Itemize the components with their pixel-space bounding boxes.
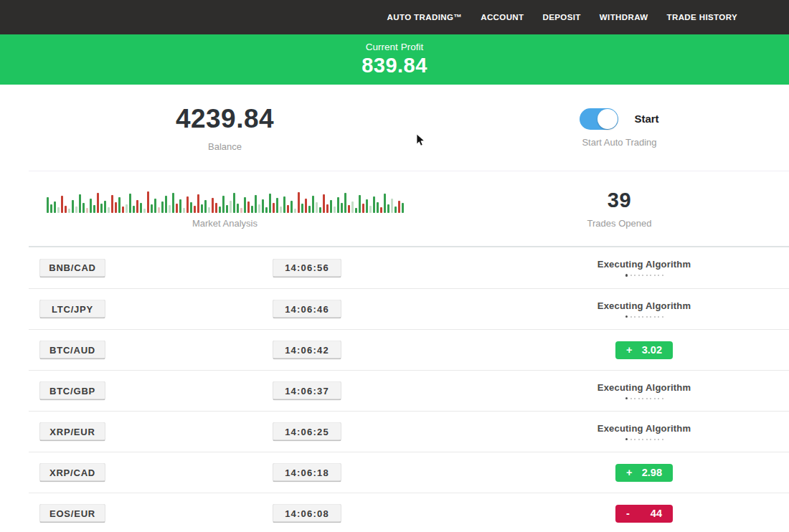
market-bar — [54, 201, 56, 213]
executing-algorithm-label: Executing Algorithm — [597, 382, 691, 393]
market-bar — [262, 199, 264, 213]
pair-badge: XRP/CAD — [39, 463, 105, 483]
toggle-caption: Start Auto Trading — [582, 137, 656, 148]
trade-row: XRP/EUR14:06:25Executing Algorithm — [29, 411, 789, 452]
nav-item-deposit[interactable]: DEPOSIT — [543, 13, 581, 22]
market-bar — [143, 209, 146, 213]
executing-algorithm-label: Executing Algorithm — [597, 423, 691, 434]
market-bar — [287, 205, 289, 213]
market-bar — [172, 193, 174, 213]
pair-badge: BNB/CAD — [39, 258, 105, 277]
pair-badge: BTC/AUD — [39, 341, 105, 360]
trade-result: Executing Algorithm — [565, 247, 723, 288]
trade-row: BNB/CAD14:06:56Executing Algorithm — [29, 247, 789, 288]
market-bar — [154, 199, 156, 213]
market-bar — [398, 201, 400, 213]
market-bar — [362, 204, 364, 213]
result-sign: + — [626, 467, 632, 478]
market-bar — [122, 206, 124, 213]
market-bar — [380, 207, 382, 213]
market-bar — [47, 197, 49, 213]
market-bar — [237, 204, 239, 213]
auto-trading-toggle[interactable] — [580, 108, 618, 130]
market-bar — [201, 204, 203, 213]
current-profit-label: Current Profit — [366, 42, 423, 52]
market-bar — [283, 196, 285, 213]
market-bar — [57, 207, 60, 213]
market-bar — [265, 207, 268, 213]
trade-result: Executing Algorithm — [565, 371, 723, 411]
time-badge: 14:06:18 — [273, 463, 341, 483]
pair-badge: LTC/JPY — [39, 300, 105, 319]
market-bar — [204, 200, 207, 213]
market-bar — [215, 203, 217, 213]
market-bar — [276, 198, 278, 213]
market-bar — [258, 204, 260, 213]
market-bar — [269, 194, 271, 213]
market-bar — [348, 205, 350, 213]
trade-row: XRP/CAD14:06:18+2.98 — [29, 452, 789, 493]
nav-item-auto-trading[interactable]: AUTO TRADING™ — [387, 13, 463, 22]
market-bar — [301, 204, 303, 213]
pair-badge: XRP/EUR — [39, 422, 105, 442]
market-bar — [373, 196, 375, 213]
market-bar — [68, 209, 70, 213]
trades-opened-label: Trades Opened — [587, 218, 652, 229]
balance-value: 4239.84 — [176, 104, 274, 134]
market-bar — [222, 196, 225, 213]
market-bar — [369, 206, 372, 213]
pair-badge: EOS/EUR — [39, 504, 105, 523]
market-bar — [133, 206, 135, 213]
market-bar — [341, 203, 343, 213]
trade-row: BTC/GBP14:06:37Executing Algorithm — [29, 370, 789, 411]
time-badge: 14:06:08 — [273, 504, 341, 523]
market-bar — [323, 194, 325, 213]
trade-result: -44 — [565, 493, 723, 532]
market-bar — [255, 195, 257, 213]
trades-list: BNB/CAD14:06:56Executing AlgorithmLTC/JP… — [29, 246, 789, 532]
market-bar — [197, 194, 199, 213]
market-bar — [294, 209, 296, 213]
result-sign: - — [626, 508, 630, 519]
market-bar — [118, 197, 121, 213]
market-bar — [165, 196, 167, 213]
market-bar — [394, 206, 397, 213]
market-bar — [61, 196, 63, 213]
result-value: 44 — [651, 508, 662, 519]
top-navigation: AUTO TRADING™ACCOUNTDEPOSITWITHDRAWTRADE… — [0, 0, 789, 34]
time-badge: 14:06:25 — [273, 422, 341, 442]
market-bar — [359, 195, 361, 213]
market-section: Market Analysis 39 Trades Opened — [0, 171, 789, 246]
trade-row: BTC/AUD14:06:42+3.02 — [29, 329, 789, 370]
market-bar — [161, 201, 164, 213]
market-bar — [93, 205, 95, 213]
market-bar — [115, 202, 117, 213]
market-bar — [402, 203, 404, 213]
trade-row: EOS/EUR14:06:08-44 — [29, 493, 789, 532]
market-bar — [111, 195, 113, 213]
trade-result: +3.02 — [565, 330, 723, 370]
market-bar — [247, 201, 250, 213]
market-bar — [226, 205, 228, 213]
market-bar — [366, 199, 368, 213]
market-bar — [290, 201, 293, 213]
market-bar — [351, 201, 354, 213]
market-bar — [319, 207, 321, 213]
market-bar — [136, 200, 138, 213]
market-bar — [208, 207, 210, 213]
market-bar — [79, 194, 81, 213]
nav-item-withdraw[interactable]: WITHDRAW — [600, 13, 648, 22]
market-bar — [298, 192, 300, 213]
market-bar — [65, 206, 67, 213]
profit-badge: +2.98 — [615, 464, 673, 482]
time-badge: 14:06:42 — [273, 341, 341, 360]
nav-item-account[interactable]: ACCOUNT — [481, 13, 524, 22]
market-bar — [86, 208, 88, 213]
market-bar — [176, 204, 178, 213]
time-badge: 14:06:56 — [273, 258, 341, 277]
trade-result: Executing Algorithm — [565, 412, 723, 452]
market-bar — [334, 206, 336, 213]
trade-result: +2.98 — [565, 452, 723, 493]
nav-item-trade-history[interactable]: TRADE HISTORY — [667, 13, 738, 22]
market-bar — [355, 208, 357, 213]
